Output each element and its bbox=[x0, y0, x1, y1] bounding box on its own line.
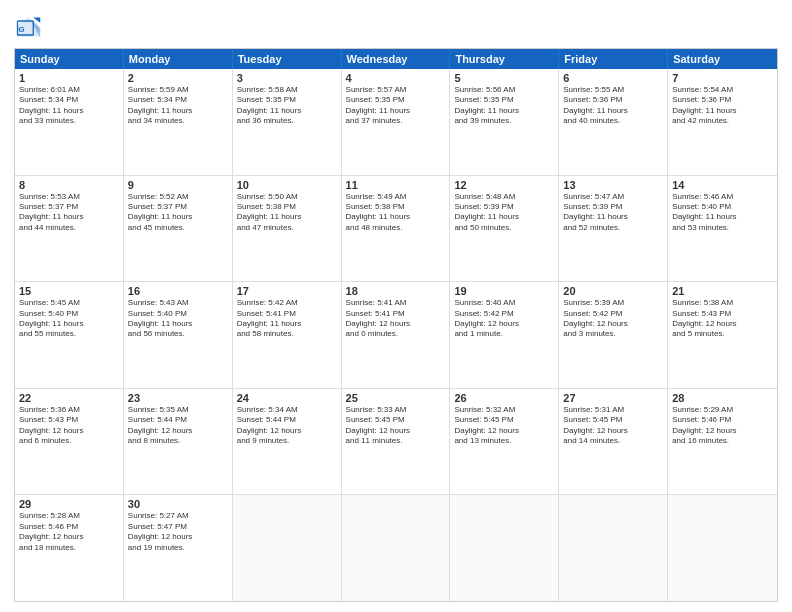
day-info-line: Daylight: 11 hours bbox=[346, 212, 446, 222]
day-info-line: Daylight: 11 hours bbox=[19, 106, 119, 116]
day-info-line: and 52 minutes. bbox=[563, 223, 663, 233]
day-cell-28: 28Sunrise: 5:29 AMSunset: 5:46 PMDayligh… bbox=[668, 389, 777, 495]
empty-cell bbox=[233, 495, 342, 601]
day-info-line: and 50 minutes. bbox=[454, 223, 554, 233]
day-info-line: Sunrise: 5:34 AM bbox=[237, 405, 337, 415]
day-number: 7 bbox=[672, 72, 773, 84]
day-cell-5: 5Sunrise: 5:56 AMSunset: 5:35 PMDaylight… bbox=[450, 69, 559, 175]
day-info-line: Sunset: 5:42 PM bbox=[563, 309, 663, 319]
day-info-line: Sunset: 5:34 PM bbox=[128, 95, 228, 105]
day-info-line: and 0 minutes. bbox=[346, 329, 446, 339]
logo: G bbox=[14, 14, 46, 42]
day-number: 25 bbox=[346, 392, 446, 404]
day-info-line: Daylight: 12 hours bbox=[563, 426, 663, 436]
day-info-line: Daylight: 12 hours bbox=[672, 426, 773, 436]
day-cell-20: 20Sunrise: 5:39 AMSunset: 5:42 PMDayligh… bbox=[559, 282, 668, 388]
day-info-line: Sunrise: 5:32 AM bbox=[454, 405, 554, 415]
weekday-header-friday: Friday bbox=[559, 49, 668, 69]
day-cell-21: 21Sunrise: 5:38 AMSunset: 5:43 PMDayligh… bbox=[668, 282, 777, 388]
day-cell-23: 23Sunrise: 5:35 AMSunset: 5:44 PMDayligh… bbox=[124, 389, 233, 495]
day-cell-2: 2Sunrise: 5:59 AMSunset: 5:34 PMDaylight… bbox=[124, 69, 233, 175]
day-info-line: Daylight: 11 hours bbox=[128, 106, 228, 116]
day-info-line: Sunset: 5:45 PM bbox=[454, 415, 554, 425]
day-info-line: Daylight: 11 hours bbox=[563, 106, 663, 116]
day-info-line: Sunrise: 5:58 AM bbox=[237, 85, 337, 95]
day-info-line: Sunset: 5:40 PM bbox=[19, 309, 119, 319]
day-info-line: Sunrise: 5:50 AM bbox=[237, 192, 337, 202]
day-info-line: and 56 minutes. bbox=[128, 329, 228, 339]
day-info-line: Sunset: 5:36 PM bbox=[672, 95, 773, 105]
day-number: 23 bbox=[128, 392, 228, 404]
day-info-line: Daylight: 12 hours bbox=[563, 319, 663, 329]
day-cell-18: 18Sunrise: 5:41 AMSunset: 5:41 PMDayligh… bbox=[342, 282, 451, 388]
day-info-line: Sunset: 5:47 PM bbox=[128, 522, 228, 532]
day-info-line: and 36 minutes. bbox=[237, 116, 337, 126]
empty-cell bbox=[342, 495, 451, 601]
day-info-line: and 42 minutes. bbox=[672, 116, 773, 126]
day-info-line: Sunrise: 5:47 AM bbox=[563, 192, 663, 202]
day-info-line: Daylight: 12 hours bbox=[237, 426, 337, 436]
day-info-line: Sunset: 5:37 PM bbox=[128, 202, 228, 212]
empty-cell bbox=[559, 495, 668, 601]
day-number: 24 bbox=[237, 392, 337, 404]
day-info-line: and 40 minutes. bbox=[563, 116, 663, 126]
day-info-line: Sunset: 5:46 PM bbox=[672, 415, 773, 425]
page: G SundayMondayTuesdayWednesdayThursdayFr… bbox=[0, 0, 792, 612]
day-info-line: and 45 minutes. bbox=[128, 223, 228, 233]
day-info-line: Sunset: 5:38 PM bbox=[237, 202, 337, 212]
day-info-line: and 16 minutes. bbox=[672, 436, 773, 446]
header: G bbox=[14, 10, 778, 42]
day-number: 4 bbox=[346, 72, 446, 84]
day-info-line: Sunset: 5:45 PM bbox=[563, 415, 663, 425]
empty-cell bbox=[450, 495, 559, 601]
day-info-line: Sunrise: 5:28 AM bbox=[19, 511, 119, 521]
day-number: 15 bbox=[19, 285, 119, 297]
day-info-line: Sunrise: 5:42 AM bbox=[237, 298, 337, 308]
day-info-line: Daylight: 11 hours bbox=[128, 319, 228, 329]
day-info-line: Daylight: 12 hours bbox=[454, 319, 554, 329]
day-info-line: Daylight: 12 hours bbox=[672, 319, 773, 329]
day-info-line: Sunset: 5:43 PM bbox=[672, 309, 773, 319]
day-cell-4: 4Sunrise: 5:57 AMSunset: 5:35 PMDaylight… bbox=[342, 69, 451, 175]
calendar-week-3: 15Sunrise: 5:45 AMSunset: 5:40 PMDayligh… bbox=[15, 281, 777, 388]
day-info-line: Sunrise: 6:01 AM bbox=[19, 85, 119, 95]
weekday-header-wednesday: Wednesday bbox=[342, 49, 451, 69]
day-number: 20 bbox=[563, 285, 663, 297]
day-number: 22 bbox=[19, 392, 119, 404]
day-cell-30: 30Sunrise: 5:27 AMSunset: 5:47 PMDayligh… bbox=[124, 495, 233, 601]
day-info-line: Sunset: 5:46 PM bbox=[19, 522, 119, 532]
day-info-line: Sunrise: 5:56 AM bbox=[454, 85, 554, 95]
day-cell-9: 9Sunrise: 5:52 AMSunset: 5:37 PMDaylight… bbox=[124, 176, 233, 282]
day-cell-29: 29Sunrise: 5:28 AMSunset: 5:46 PMDayligh… bbox=[15, 495, 124, 601]
day-info-line: and 8 minutes. bbox=[128, 436, 228, 446]
day-number: 16 bbox=[128, 285, 228, 297]
day-info-line: Sunset: 5:42 PM bbox=[454, 309, 554, 319]
day-info-line: Sunset: 5:39 PM bbox=[454, 202, 554, 212]
day-info-line: and 37 minutes. bbox=[346, 116, 446, 126]
day-info-line: Sunrise: 5:46 AM bbox=[672, 192, 773, 202]
day-number: 28 bbox=[672, 392, 773, 404]
day-number: 2 bbox=[128, 72, 228, 84]
day-info-line: Sunset: 5:43 PM bbox=[19, 415, 119, 425]
day-info-line: Sunset: 5:35 PM bbox=[237, 95, 337, 105]
day-info-line: and 39 minutes. bbox=[454, 116, 554, 126]
day-cell-15: 15Sunrise: 5:45 AMSunset: 5:40 PMDayligh… bbox=[15, 282, 124, 388]
day-cell-10: 10Sunrise: 5:50 AMSunset: 5:38 PMDayligh… bbox=[233, 176, 342, 282]
day-info-line: Daylight: 12 hours bbox=[346, 426, 446, 436]
day-cell-11: 11Sunrise: 5:49 AMSunset: 5:38 PMDayligh… bbox=[342, 176, 451, 282]
calendar-week-5: 29Sunrise: 5:28 AMSunset: 5:46 PMDayligh… bbox=[15, 494, 777, 601]
weekday-header-tuesday: Tuesday bbox=[233, 49, 342, 69]
day-number: 12 bbox=[454, 179, 554, 191]
day-cell-16: 16Sunrise: 5:43 AMSunset: 5:40 PMDayligh… bbox=[124, 282, 233, 388]
day-info-line: Sunset: 5:35 PM bbox=[346, 95, 446, 105]
day-info-line: Sunset: 5:35 PM bbox=[454, 95, 554, 105]
day-cell-12: 12Sunrise: 5:48 AMSunset: 5:39 PMDayligh… bbox=[450, 176, 559, 282]
day-info-line: and 6 minutes. bbox=[19, 436, 119, 446]
day-number: 13 bbox=[563, 179, 663, 191]
day-number: 27 bbox=[563, 392, 663, 404]
svg-text:G: G bbox=[18, 25, 24, 34]
day-info-line: and 9 minutes. bbox=[237, 436, 337, 446]
day-info-line: Daylight: 12 hours bbox=[19, 426, 119, 436]
day-cell-1: 1Sunrise: 6:01 AMSunset: 5:34 PMDaylight… bbox=[15, 69, 124, 175]
day-cell-19: 19Sunrise: 5:40 AMSunset: 5:42 PMDayligh… bbox=[450, 282, 559, 388]
